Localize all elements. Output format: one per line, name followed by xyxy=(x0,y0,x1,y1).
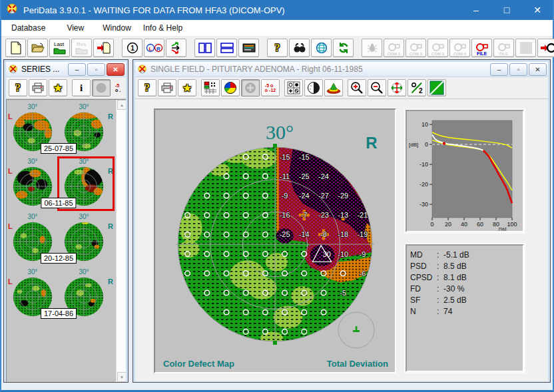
help-icon: ? xyxy=(144,82,150,94)
series-value-mode-icon[interactable]: -5o . xyxy=(115,83,121,93)
field-help-button[interactable]: ? xyxy=(138,79,156,97)
field-table-symbols-button[interactable] xyxy=(284,79,303,97)
menu-database[interactable]: Database xyxy=(5,23,51,33)
normal-point-marker xyxy=(243,212,248,218)
help-button[interactable]: ? xyxy=(267,39,288,57)
normal-point-marker xyxy=(263,154,268,160)
field-restore-button[interactable]: ▫ xyxy=(509,63,527,76)
normal-point-marker xyxy=(185,252,190,257)
normal-point-marker xyxy=(263,271,268,276)
field-values-button[interactable]: -5 oo -12 xyxy=(261,79,280,97)
tile-vertical-icon xyxy=(198,43,212,53)
zoom-out-button[interactable] xyxy=(368,79,386,97)
tile-horizontal-button[interactable] xyxy=(216,39,237,57)
percent-two-icon: 2 xyxy=(410,81,423,95)
field-colorpie-button[interactable] xyxy=(221,79,240,97)
refresh-button[interactable] xyxy=(333,39,354,57)
field-colormap-grid-button[interactable] xyxy=(201,79,220,97)
pan-button[interactable] xyxy=(388,79,406,97)
new-file-icon xyxy=(10,41,22,55)
visual-field-map[interactable]: 30° R -15-15-11-25-24-9-24-27-29-16-7-23… xyxy=(155,110,395,372)
stat-value: 8.1 dB xyxy=(443,272,467,284)
series-print-button[interactable] xyxy=(29,79,47,97)
series-help-button[interactable]: ? xyxy=(9,79,27,97)
close-button[interactable]: ✕ xyxy=(522,0,553,20)
field-favorite-button[interactable]: ★ xyxy=(178,79,196,97)
series-scrollbar[interactable]: ▲ ▼ xyxy=(116,100,126,382)
import-file-button[interactable] xyxy=(93,39,114,57)
menu-info-help[interactable]: Info & Help xyxy=(137,23,188,33)
maximize-button[interactable]: □ xyxy=(491,0,522,20)
web-button[interactable] xyxy=(311,39,332,57)
scroll-down-button[interactable]: ▼ xyxy=(117,372,126,382)
bebie-xtick: 0 xyxy=(430,221,433,228)
single-exam-button[interactable]: 1 xyxy=(122,39,142,57)
bebie-xtick: 100 xyxy=(507,221,517,228)
field-grayscale-map-button[interactable] xyxy=(304,79,323,97)
tile-vertical-button[interactable] xyxy=(194,39,215,57)
transfer-button[interactable] xyxy=(537,39,554,57)
field-close-button[interactable]: ✕ xyxy=(529,63,547,76)
right-eye-label: R xyxy=(108,222,113,230)
diagonal-view-button[interactable] xyxy=(427,79,446,97)
open-file-button[interactable] xyxy=(27,39,48,57)
normal-point-marker xyxy=(282,271,288,276)
open-folder-icon xyxy=(31,43,45,53)
new-file-button[interactable] xyxy=(5,39,26,57)
com1-button: COM 1 xyxy=(384,39,404,57)
series-favorite-button[interactable]: ★ xyxy=(49,79,67,97)
field-client-area: 30° R -15-15-11-25-24-9-24-27-29-16-7-23… xyxy=(135,99,548,381)
scale-half-button[interactable]: 2 xyxy=(408,79,426,97)
grayscale-map-icon xyxy=(307,81,320,95)
menu-view[interactable]: View xyxy=(61,23,90,33)
com3-button: COM 3 xyxy=(427,39,448,57)
search-button[interactable] xyxy=(289,39,310,57)
stat-row-cpsd: CPSD:8.1 dB xyxy=(410,272,519,284)
series-minimize-button[interactable]: – xyxy=(68,63,86,76)
defect-value: -29 xyxy=(338,192,348,200)
field-hill-of-vision-button[interactable] xyxy=(324,79,343,97)
scroll-up-button[interactable]: ▲ xyxy=(117,100,126,110)
bebie-red-dot xyxy=(443,142,445,144)
exam-date-label[interactable]: 17-04-86 xyxy=(41,308,77,319)
field-graymap-button xyxy=(241,79,260,97)
blind-spot-value: 30 xyxy=(323,250,331,258)
normal-point-marker xyxy=(263,212,268,218)
thumb-degree-label: 30° xyxy=(63,268,105,276)
field-title-bar[interactable]: SINGLE FIELD - PITUITARY ADENOMA - Right… xyxy=(135,62,548,77)
zoom-in-button[interactable] xyxy=(348,79,366,97)
exam-date-label[interactable]: 20-12-85 xyxy=(41,253,77,264)
legend-normal-symbol xyxy=(353,326,360,332)
stat-value: 8.5 dB xyxy=(443,261,467,272)
both-eyes-button[interactable]: LR xyxy=(144,39,164,57)
map-degree-title: 30° xyxy=(266,121,294,143)
series-info-button[interactable]: i xyxy=(72,79,91,97)
open-last-exam-button[interactable]: Last xyxy=(49,39,70,57)
file-interface-button[interactable]: FILE xyxy=(471,39,492,57)
field-minimize-button[interactable]: – xyxy=(490,63,508,76)
exam-date-label[interactable]: 06-11-85 xyxy=(41,198,76,208)
series-window-icon xyxy=(9,65,18,74)
exam-date-label[interactable]: 25-07-85 xyxy=(41,143,77,154)
defect-value: -15 xyxy=(280,153,290,161)
series-symbolmap-button[interactable] xyxy=(92,79,111,97)
normal-point-marker xyxy=(185,232,190,238)
thumb-degree-label: 30° xyxy=(12,158,53,165)
gray-circle-icon xyxy=(95,82,107,94)
minimize-button[interactable]: – xyxy=(461,0,491,20)
normal-point-marker xyxy=(321,290,326,295)
series-title-bar[interactable]: SERIES ... – ▫ ✕ xyxy=(6,62,126,77)
map-color-regions xyxy=(178,145,375,345)
menu-window[interactable]: Window xyxy=(97,23,137,33)
restore-icon: ▫ xyxy=(95,66,98,73)
sort-order-button[interactable] xyxy=(166,39,186,57)
normal-point-marker xyxy=(204,271,210,276)
blank-icon xyxy=(519,41,533,55)
series-close-button[interactable]: ✕ xyxy=(107,63,125,76)
defect-value: -5 xyxy=(340,289,346,297)
bebie-ylabel: [dB] xyxy=(409,142,418,148)
console-window-button[interactable] xyxy=(238,39,259,57)
field-print-button[interactable] xyxy=(158,79,176,97)
series-restore-button[interactable]: ▫ xyxy=(87,63,105,76)
normal-point-marker xyxy=(224,309,229,315)
